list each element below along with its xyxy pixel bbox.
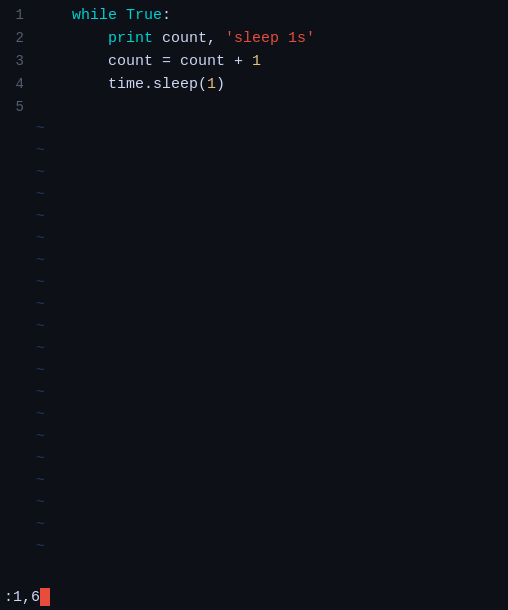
tilde-line: ~ <box>0 536 508 558</box>
tilde-line: ~ <box>0 338 508 360</box>
tilde-char: ~ <box>36 316 45 338</box>
cursor <box>40 588 50 606</box>
tilde-char: ~ <box>36 118 45 140</box>
line-number: 5 <box>0 96 36 118</box>
code-line: 1 while True: <box>0 4 508 27</box>
line-number: 2 <box>0 27 36 49</box>
tilde-char: ~ <box>36 184 45 206</box>
editor: 1 while True:2 print count, 'sleep 1s'3 … <box>0 0 508 610</box>
line-number: 4 <box>0 73 36 95</box>
tilde-line: ~ <box>0 140 508 162</box>
code-line: 4 time.sleep(1) <box>0 73 508 96</box>
tilde-line: ~ <box>0 272 508 294</box>
tilde-char: ~ <box>36 470 45 492</box>
tilde-line: ~ <box>0 228 508 250</box>
status-bar: :1,6 <box>0 584 508 610</box>
tilde-line: ~ <box>0 382 508 404</box>
tilde-line: ~ <box>0 514 508 536</box>
code-area: 1 while True:2 print count, 'sleep 1s'3 … <box>0 0 508 610</box>
tilde-char: ~ <box>36 294 45 316</box>
tilde-line: ~ <box>0 448 508 470</box>
tilde-line: ~ <box>0 184 508 206</box>
line-content: time.sleep(1) <box>36 74 225 96</box>
tilde-char: ~ <box>36 448 45 470</box>
tilde-char: ~ <box>36 360 45 382</box>
code-line: 5 <box>0 96 508 118</box>
code-line: 2 print count, 'sleep 1s' <box>0 27 508 50</box>
line-content: while True: <box>36 5 171 27</box>
tilde-char: ~ <box>36 140 45 162</box>
tilde-line: ~ <box>0 118 508 140</box>
tilde-char: ~ <box>36 426 45 448</box>
tilde-char: ~ <box>36 382 45 404</box>
line-content: print count, 'sleep 1s' <box>36 28 315 50</box>
tilde-char: ~ <box>36 250 45 272</box>
tilde-char: ~ <box>36 338 45 360</box>
tilde-char: ~ <box>36 536 45 558</box>
tilde-char: ~ <box>36 492 45 514</box>
tilde-char: ~ <box>36 206 45 228</box>
tilde-line: ~ <box>0 426 508 448</box>
tilde-line: ~ <box>0 294 508 316</box>
tilde-line: ~ <box>0 404 508 426</box>
line-number: 1 <box>0 4 36 26</box>
tilde-char: ~ <box>36 272 45 294</box>
line-content: count = count + 1 <box>36 51 261 73</box>
tilde-line: ~ <box>0 492 508 514</box>
line-number: 3 <box>0 50 36 72</box>
status-text: :1,6 <box>4 589 40 606</box>
tilde-char: ~ <box>36 228 45 250</box>
tilde-line: ~ <box>0 360 508 382</box>
tilde-line: ~ <box>0 316 508 338</box>
tilde-char: ~ <box>36 404 45 426</box>
code-line: 3 count = count + 1 <box>0 50 508 73</box>
tilde-line: ~ <box>0 470 508 492</box>
tilde-line: ~ <box>0 162 508 184</box>
tilde-char: ~ <box>36 162 45 184</box>
tilde-line: ~ <box>0 206 508 228</box>
tilde-char: ~ <box>36 514 45 536</box>
tilde-line: ~ <box>0 250 508 272</box>
